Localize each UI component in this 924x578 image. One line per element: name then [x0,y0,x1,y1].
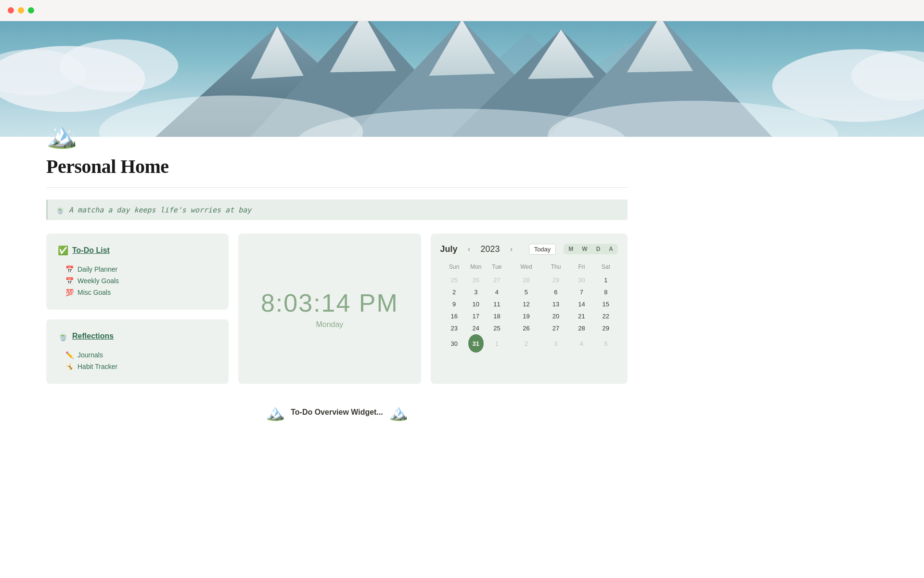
calendar-day-cell[interactable]: 6 [542,286,569,298]
page-icon: 🏔️ [46,121,77,149]
calendar-day-cell[interactable]: 5 [594,334,618,353]
calendar-month: July [440,244,458,254]
reflections-icon: 🍵 [58,331,68,342]
calendar-day-cell[interactable]: 13 [542,298,569,310]
calendar-next-month-button[interactable]: › [506,243,517,255]
page-title: Personal Home [46,155,628,178]
reflections-items: ✏️ Journals 🤸 Habit Tracker [58,349,217,372]
calendar-day-cell[interactable]: 20 [542,310,569,322]
calendar-day-cell[interactable]: 5 [510,286,542,298]
cal-header-tue: Tue [484,262,510,274]
minimize-button[interactable] [18,7,24,13]
page-icon-area: 🏔️ [0,122,924,147]
main-content: Personal Home 🍵 A matcha a day keeps lif… [0,147,674,441]
maximize-button[interactable] [28,7,34,13]
clock-card: 8:03:14 PM Monday [238,234,421,384]
hero-banner [0,21,924,137]
journals-icon: ✏️ [65,351,74,359]
calendar-day-cell[interactable]: 3 [468,286,484,298]
calendar-day-cell[interactable]: 11 [484,298,510,310]
calendar-day-cell[interactable]: 15 [594,298,618,310]
calendar-card: July ‹ 2023 › Today M W D A Sun Mon [431,234,628,384]
titlebar [0,0,924,21]
calendar-day-cell[interactable]: 29 [594,322,618,334]
todo-card: ✅ To-Do List 📅 Daily Planner 📅 Weekly Go… [46,234,229,310]
todo-icon: ✅ [58,245,68,256]
calendar-day-cell[interactable]: 26 [510,322,542,334]
daily-planner-item[interactable]: 📅 Daily Planner [58,263,217,275]
calendar-day-cell[interactable]: 31 [468,334,484,353]
calendar-today-cell: 31 [469,337,483,350]
daily-planner-label: Daily Planner [77,265,117,273]
close-button[interactable] [8,7,14,13]
calendar-day-cell[interactable]: 22 [594,310,618,322]
weekly-goals-item[interactable]: 📅 Weekly Goals [58,275,217,287]
bottom-peek-text: To-Do Overview Widget... [291,408,383,417]
calendar-day-cell[interactable]: 30 [569,274,593,286]
cal-header-sun: Sun [440,262,468,274]
reflections-card-title[interactable]: Reflections [72,332,114,341]
quote-block: 🍵 A matcha a day keeps life's worries at… [46,199,628,220]
calendar-day-cell[interactable]: 21 [569,310,593,322]
calendar-week-row-3: 16171819202122 [440,310,618,322]
calendar-day-cell[interactable]: 30 [440,334,468,353]
bottom-peek-right-emoji: 🏔️ [389,403,408,421]
calendar-header: July ‹ 2023 › Today M W D A [440,243,618,255]
calendar-day-cell[interactable]: 24 [468,322,484,334]
calendar-day-cell[interactable]: 2 [510,334,542,353]
quote-icon: 🍵 [55,205,65,214]
calendar-day-cell[interactable]: 19 [510,310,542,322]
calendar-day-cell[interactable]: 28 [510,274,542,286]
todo-card-title[interactable]: To-Do List [72,246,110,255]
calendar-day-cell[interactable]: 29 [542,274,569,286]
journals-label: Journals [77,351,103,359]
calendar-day-cell[interactable]: 8 [594,286,618,298]
bottom-peek: 🏔️ To-Do Overview Widget... 🏔️ [46,394,628,421]
cal-header-mon: Mon [468,262,484,274]
calendar-day-cell[interactable]: 4 [569,334,593,353]
calendar-day-cell[interactable]: 23 [440,322,468,334]
calendar-day-cell[interactable]: 1 [594,274,618,286]
calendar-agenda-view-button[interactable]: A [605,245,617,253]
habit-tracker-icon: 🤸 [65,363,74,370]
left-column: ✅ To-Do List 📅 Daily Planner 📅 Weekly Go… [46,234,229,384]
misc-goals-item[interactable]: 💯 Misc Goals [58,287,217,298]
todo-card-header: ✅ To-Do List [58,245,217,256]
calendar-day-cell[interactable]: 9 [440,298,468,310]
calendar-month-view-button[interactable]: M [565,245,577,253]
calendar-today-button[interactable]: Today [529,244,556,255]
habit-tracker-label: Habit Tracker [77,363,117,370]
calendar-day-cell[interactable]: 7 [569,286,593,298]
journals-item[interactable]: ✏️ Journals [58,349,217,361]
calendar-view-buttons: M W D A [564,244,618,254]
calendar-day-cell[interactable]: 25 [484,322,510,334]
habit-tracker-item[interactable]: 🤸 Habit Tracker [58,361,217,372]
misc-goals-icon: 💯 [65,289,74,296]
calendar-day-cell[interactable]: 3 [542,334,569,353]
calendar-day-cell[interactable]: 12 [510,298,542,310]
calendar-day-cell[interactable]: 1 [484,334,510,353]
calendar-day-cell[interactable]: 16 [440,310,468,322]
calendar-week-row-1: 2345678 [440,286,618,298]
calendar-day-cell[interactable]: 17 [468,310,484,322]
calendar-day-cell[interactable]: 2 [440,286,468,298]
calendar-thead: Sun Mon Tue Wed Thu Fri Sat [440,262,618,274]
calendar-day-cell[interactable]: 27 [542,322,569,334]
calendar-prev-month-button[interactable]: ‹ [463,243,475,255]
calendar-day-cell[interactable]: 14 [569,298,593,310]
calendar-day-cell[interactable]: 10 [468,298,484,310]
cal-header-sat: Sat [594,262,618,274]
calendar-grid: Sun Mon Tue Wed Thu Fri Sat 252627282930… [440,262,618,353]
calendar-day-cell[interactable]: 4 [484,286,510,298]
todo-items: 📅 Daily Planner 📅 Weekly Goals 💯 Misc Go… [58,263,217,298]
calendar-day-cell[interactable]: 18 [484,310,510,322]
calendar-day-cell[interactable]: 25 [440,274,468,286]
calendar-day-view-button[interactable]: D [592,245,604,253]
calendar-week-view-button[interactable]: W [578,245,591,253]
calendar-week-row-4: 23242526272829 [440,322,618,334]
calendar-day-cell[interactable]: 28 [569,322,593,334]
calendar-week-row-0: 2526272829301 [440,274,618,286]
calendar-day-cell[interactable]: 26 [468,274,484,286]
calendar-day-cell[interactable]: 27 [484,274,510,286]
clock-day: Monday [316,320,343,329]
